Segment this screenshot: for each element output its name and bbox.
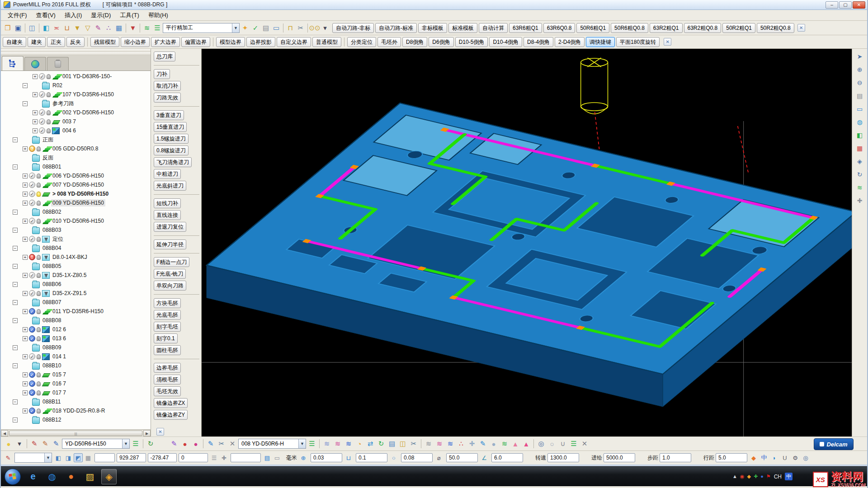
tree-expand-toggle[interactable] <box>23 201 28 206</box>
tree-expand-toggle[interactable] <box>23 192 28 197</box>
boundary-button[interactable]: D8倒角 <box>402 37 427 47</box>
visibility-bulb-icon[interactable] <box>37 336 41 341</box>
drill-tool2-icon[interactable]: ▽ <box>83 23 93 33</box>
tree-item-label[interactable]: R02 <box>51 82 64 89</box>
green-waves-icon[interactable]: ≋ <box>500 439 509 449</box>
macro-button[interactable]: 自动刀路-标准 <box>375 23 417 33</box>
visibility-bulb-icon[interactable] <box>47 92 51 97</box>
visibility-bulb-icon[interactable] <box>37 101 41 106</box>
active-tool-combo[interactable]: YD-D50R6-H150 ▼ <box>62 439 130 449</box>
visibility-bulb-icon[interactable] <box>37 372 41 377</box>
cursor-x-field[interactable]: 929.287 <box>117 453 146 462</box>
tree-expand-toggle[interactable] <box>23 336 28 341</box>
visibility-bulb-icon[interactable] <box>37 183 41 188</box>
open-project-icon[interactable]: ❒ <box>3 23 13 33</box>
combo-arrow-icon[interactable]: ▼ <box>298 439 306 448</box>
zoom-lens-icon[interactable]: ◎ <box>801 453 810 462</box>
axes-icon[interactable]: ✎ <box>478 439 488 449</box>
macro-panel-button[interactable]: 总刀库 <box>154 52 175 61</box>
scroll-right-arrow[interactable]: ▶ <box>143 430 151 436</box>
boundary-button[interactable]: D10-4倒角 <box>489 37 522 47</box>
toolpath-status-icon[interactable] <box>29 380 35 387</box>
tree-expand-toggle[interactable] <box>23 174 28 178</box>
tree-row[interactable]: 006 YD-D50R6-H150 <box>1 171 151 180</box>
param-value-field[interactable]: 50.0 <box>446 453 478 462</box>
boundary-button[interactable]: 自定义边界 <box>277 37 311 47</box>
tree-item-label[interactable]: 088B05 <box>41 263 62 270</box>
tree-item-label[interactable]: 015 7 <box>51 371 67 378</box>
tree-item-label[interactable]: 006 YD-D50R6-H150 <box>51 172 105 179</box>
toolpath-status-icon[interactable] <box>29 218 35 224</box>
tree-item-label[interactable]: 正面 <box>41 136 55 144</box>
save-project-icon[interactable]: ▣ <box>13 23 23 33</box>
shade-view-icon[interactable]: ◧ <box>854 130 865 140</box>
boundary-button[interactable]: 偏置边界 <box>181 37 210 47</box>
param-value-field[interactable]: 1300.0 <box>547 453 579 462</box>
boundary-button[interactable]: 残留模型 <box>90 37 119 47</box>
dock-grip[interactable] <box>1 49 151 52</box>
lang-zh-icon[interactable]: 中 <box>760 453 769 462</box>
toolbar2-close-button[interactable]: ✕ <box>664 38 671 46</box>
tree-row[interactable]: 088B03 <box>1 225 151 235</box>
tree-row[interactable]: 088B11 <box>1 397 151 406</box>
tray-orange-icon[interactable]: ◆ <box>747 474 750 479</box>
tree-item-label[interactable]: 009 YD-D50R6-H150 <box>51 199 105 206</box>
macro-panel-button[interactable]: 飞刀清角进刀 <box>154 157 192 167</box>
screen-view-icon[interactable]: ▭ <box>854 104 865 114</box>
dropdown-caret-icon[interactable]: ▾ <box>320 23 330 33</box>
info-field[interactable] <box>231 453 261 462</box>
tree-expand-toggle[interactable] <box>23 354 28 359</box>
tree-item-label[interactable]: 088B02 <box>41 208 62 216</box>
visibility-bulb-icon[interactable] <box>27 300 31 305</box>
tree-row[interactable]: R02 <box>1 81 151 90</box>
macro-panel-button[interactable]: F精边一点刀 <box>154 257 189 267</box>
tree-item-label[interactable]: 014 1 <box>51 353 67 360</box>
macro-panel-button[interactable]: 方块毛胚 <box>154 298 181 308</box>
visibility-bulb-icon[interactable] <box>27 264 31 269</box>
macro-panel-button[interactable]: F光底-铣刀 <box>154 269 186 279</box>
toolpath-status-icon[interactable] <box>39 127 45 134</box>
tree-item-label[interactable]: 088B01 <box>41 163 62 170</box>
scissors2-icon[interactable]: ✂ <box>409 439 419 449</box>
visibility-bulb-icon[interactable] <box>37 255 41 260</box>
tree-expand-toggle[interactable] <box>23 146 28 151</box>
visibility-bulb-icon[interactable] <box>37 390 41 395</box>
calculator-view-icon[interactable]: ▤ <box>854 91 865 101</box>
toolpath-wave3-icon[interactable]: ≋ <box>445 439 455 449</box>
visibility-bulb-icon[interactable] <box>27 210 31 215</box>
tree-expand-toggle[interactable] <box>23 183 28 188</box>
macro-button[interactable]: 50R6粗Q0.8 <box>611 23 648 33</box>
view-z-icon[interactable]: ◩ <box>74 453 83 462</box>
iso-view-icon[interactable]: ◈ <box>854 156 865 166</box>
feed-rate-icon[interactable]: ≍ <box>52 23 61 33</box>
macro-button[interactable]: 63R2粗Q1 <box>650 23 683 33</box>
param-value-field[interactable]: 1.0 <box>660 453 691 462</box>
tree-row[interactable]: D8.0-14X-BKJ <box>1 253 151 262</box>
maximize-button[interactable]: ▢ <box>839 1 852 9</box>
tree-row[interactable]: 014 1 <box>1 352 151 361</box>
active-toolpath-combo[interactable]: 008 YD-D50R6-H ▼ <box>238 439 306 449</box>
tree-row[interactable]: 015 7 <box>1 370 151 379</box>
tree-row[interactable]: 088B04 <box>1 244 151 253</box>
tree-item-label[interactable]: 004 6 <box>61 127 77 134</box>
tree-item-label[interactable]: 088B03 <box>41 226 62 234</box>
browser-ball-icon[interactable]: ◍ <box>44 469 60 484</box>
visibility-bulb-icon[interactable] <box>47 128 51 133</box>
title-bar[interactable]: PowerMILL Pro 2016 FULL 授权 [ 可编辑项目 * 088… <box>1 0 867 10</box>
macro-button[interactable]: 自动刀路-非标 <box>332 23 374 33</box>
explorer-tree-tab[interactable] <box>2 56 24 70</box>
toolpath-status-icon[interactable] <box>29 182 35 188</box>
macro-panel-button[interactable]: 直线连接 <box>154 210 181 220</box>
macro-button[interactable]: 63R2粗Q0.8 <box>684 23 722 33</box>
menu-item[interactable]: 查看(V) <box>32 10 60 20</box>
tree-expand-toggle[interactable] <box>23 273 28 278</box>
toolpath-status-icon[interactable] <box>29 290 35 296</box>
visibility-bulb-icon[interactable] <box>27 164 31 169</box>
tree-expand-toggle[interactable] <box>33 128 38 133</box>
tree-row[interactable]: D35-1X-Z80.5 <box>1 271 151 280</box>
tool-pair-icon[interactable]: ⊓ <box>285 23 295 33</box>
macro-panel-button[interactable]: 3垂直进刀 <box>154 110 184 120</box>
visibility-bulb-icon[interactable] <box>37 381 41 386</box>
macro-panel-button[interactable]: 延伸刀半径 <box>154 239 186 249</box>
tree-item-label[interactable]: 参考刀路 <box>51 99 75 108</box>
